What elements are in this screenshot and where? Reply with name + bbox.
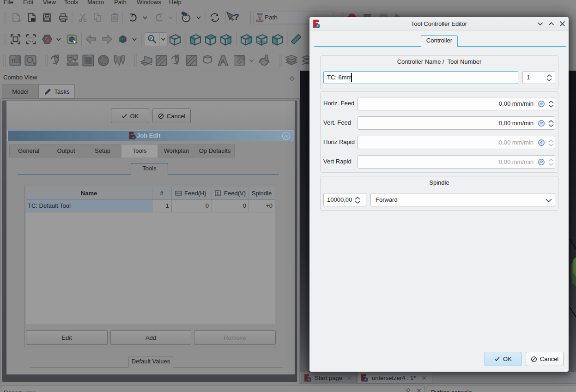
- svg-text:Path: Path: [265, 14, 278, 21]
- svg-text:?: ?: [234, 12, 239, 22]
- svg-text:A: A: [221, 58, 224, 64]
